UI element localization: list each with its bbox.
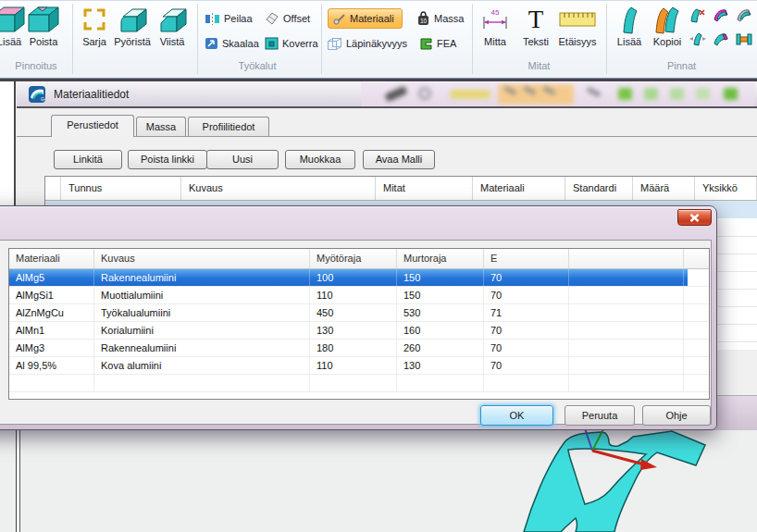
table-row[interactable]: AlMn1 Korialumiini 130 160 70 [9,322,709,340]
material-table[interactable]: Materiaali Kuvaus Myötöraja Murtoraja E … [8,248,710,400]
button-label: Viistä [153,36,192,47]
tab-massa[interactable]: Massa [136,117,186,136]
tab-label: Profiilitiedot [203,121,255,132]
cell-kuvaus: Työkalualumiini [94,304,310,321]
transparency-cube-icon [327,37,342,51]
fillet-icon [111,3,154,36]
material-selection-modal: Materiaali Kuvaus Myötöraja Murtoraja E … [0,205,717,430]
column-header-kuvaus[interactable]: Kuvaus [181,177,376,200]
table-row-selected[interactable]: AlMg5 Rakennealumiini 100 150 70 [9,269,709,287]
help-button[interactable]: Ohje [642,405,711,426]
fea-button[interactable]: FEA [419,34,456,53]
pattern-button[interactable]: Sarja [76,3,113,58]
table-row[interactable]: Al 99,5% Kova alumiini 110 130 70 [9,357,709,375]
tab-perustiedot[interactable]: Perustiedot [51,115,134,137]
clamp-surface-icon[interactable] [735,31,753,47]
button-label: Mitta [475,36,515,47]
remove-coating-button[interactable]: Poista [20,3,67,58]
column-header-myotoraja[interactable]: Myötöraja [310,249,397,268]
ruler-icon [553,3,602,36]
column-header-materiaali[interactable]: Materiaali [473,177,565,200]
chamfer-icon [153,3,192,36]
group-label-pinnat: Pinnat [606,60,757,75]
cell-e: 70 [484,322,569,339]
add-surface-button[interactable]: Lisää [611,3,648,58]
fillet-button[interactable]: Pyöristä [111,3,154,58]
concave-button[interactable]: Koverra [265,34,318,53]
button-label: Koverra [282,38,318,49]
link-button[interactable]: Linkitä [54,150,122,169]
dimension-icon: 45 [475,3,515,36]
cancel-button[interactable]: Peruuta [565,405,635,426]
mirror-button[interactable]: Peilaa [205,9,253,28]
cell-myotoraja: 110 [310,357,397,374]
cell-blank [569,322,684,339]
surface-shell-2-icon[interactable] [712,31,730,47]
button-label: Lisää [611,36,648,47]
column-header-materiaali[interactable]: Materiaali [9,249,94,268]
cell-blank [569,375,684,391]
cell-blank [9,375,94,391]
cell-kuvaus: Korialumiini [94,322,310,339]
cell-e: 70 [484,340,569,356]
cell-materiaali: AlMg3 [9,340,94,356]
column-header-e[interactable]: E [484,249,569,268]
material-button-active[interactable]: Materiaali [328,8,403,29]
table-row[interactable]: AlZnMgCu Työkalualumiini 450 530 71 [9,304,709,322]
column-header-murtoraja[interactable]: Murtoraja [397,249,484,268]
mass-weight-icon: 10 [416,11,430,26]
column-header-standardi[interactable]: Standardi [565,177,633,200]
column-header-blank [569,249,684,268]
blurred-icon [696,88,710,100]
scale-button[interactable]: Skaalaa [205,34,259,53]
cell-myotoraja: 180 [310,340,397,356]
ok-button[interactable]: OK [480,405,553,426]
column-header-yksikko[interactable]: Yksikkö [695,177,757,200]
copy-surface-icon [646,3,689,36]
close-button[interactable] [677,209,712,226]
blurred-icon [418,87,431,100]
column-header-mitat[interactable]: Mitat [376,177,473,200]
dialog-table-header: Tunnus Kuvaus Mitat Materiaali Standardi… [45,177,757,201]
cad-part-3d-model[interactable] [511,421,757,532]
remove-link-button[interactable]: Poista linkki [128,150,207,169]
button-label: Massa [434,13,464,24]
new-button[interactable]: Uusi [206,150,279,169]
edit-button[interactable]: Muokkaa [285,150,355,169]
surface-shell-magenta-icon[interactable] [712,6,730,23]
copy-surface-button[interactable]: Kopioi [646,3,689,58]
column-header-maara[interactable]: Määrä [633,177,695,200]
dialog-titlebar[interactable]: G4 Materiaalitiedot [17,81,757,108]
move-surface-icon[interactable] [689,31,707,47]
cell-myotoraja: 110 [310,287,397,303]
column-header-kuvaus[interactable]: Kuvaus [94,249,310,268]
cell-blank [94,375,310,391]
cell-e: 71 [484,304,569,321]
text-button[interactable]: T Teksti [515,3,556,58]
material-table-header: Materiaali Kuvaus Myötöraja Murtoraja E [9,249,709,269]
table-row[interactable]: AlMg3 Rakennealumiini 180 260 70 [9,340,709,357]
dimension-button[interactable]: 45 Mitta [475,3,515,58]
svg-text:10: 10 [420,18,428,24]
close-icon [689,214,700,222]
tab-profiilitiedot[interactable]: Profiilitiedot [188,117,269,136]
svg-text:45: 45 [491,8,500,17]
cell-murtoraja: 130 [397,357,484,374]
mass-button[interactable]: 10 Massa [416,9,464,28]
surface-shell-icon[interactable] [735,6,753,23]
column-header-tunnus[interactable]: Tunnus [61,177,181,200]
open-model-button[interactable]: Avaa Malli [363,150,435,169]
material-key-icon [333,13,346,25]
cell-myotoraja: 130 [310,322,397,339]
offset-button[interactable]: Offset [266,9,310,28]
chamfer-button[interactable]: Viistä [153,3,192,58]
transparency-button[interactable]: Läpinäkyvyys [327,34,407,53]
delete-surface-icon[interactable] [689,6,707,23]
button-label: Sarja [76,36,113,47]
cell-myotoraja: 100 [310,269,397,286]
table-row[interactable]: AlMgSi1 Muottialumiini 110 150 70 [9,287,709,304]
cell-kuvaus: Rakennealumiini [94,269,310,286]
button-label: Teksti [515,36,556,47]
distance-button[interactable]: Etäisyys [553,3,602,58]
table-row-empty[interactable] [9,375,709,392]
